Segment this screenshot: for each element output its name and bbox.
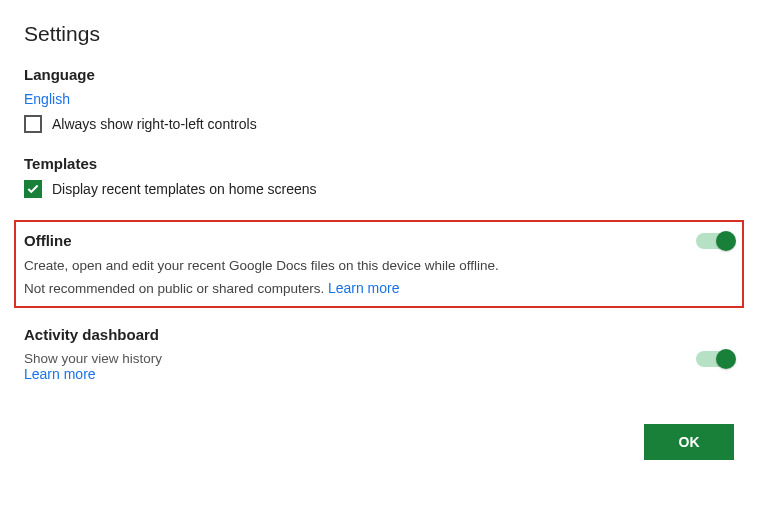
activity-learn-more-link[interactable]: Learn more (24, 366, 96, 382)
templates-label: Display recent templates on home screens (52, 181, 317, 197)
offline-description: Create, open and edit your recent Google… (24, 257, 734, 276)
offline-warning: Not recommended on public or shared comp… (24, 281, 328, 296)
toggle-knob (716, 349, 736, 369)
toggle-knob (716, 231, 736, 251)
activity-description: Show your view history (24, 351, 162, 366)
templates-section: Templates Display recent templates on ho… (24, 155, 734, 198)
check-icon (26, 182, 40, 196)
rtl-checkbox[interactable] (24, 115, 42, 133)
activity-section: Activity dashboard Show your view histor… (24, 326, 734, 382)
templates-heading: Templates (24, 155, 734, 172)
language-current-link[interactable]: English (24, 91, 70, 107)
offline-toggle[interactable] (696, 233, 734, 249)
ok-button[interactable]: OK (644, 424, 734, 460)
offline-learn-more-link[interactable]: Learn more (328, 280, 400, 296)
rtl-label: Always show right-to-left controls (52, 116, 257, 132)
language-section: Language English Always show right-to-le… (24, 66, 734, 133)
activity-heading: Activity dashboard (24, 326, 734, 343)
dialog-footer: OK (24, 424, 734, 460)
offline-section-highlight: Offline Create, open and edit your recen… (14, 220, 744, 308)
language-heading: Language (24, 66, 734, 83)
page-title: Settings (24, 22, 734, 46)
offline-warning-row: Not recommended on public or shared comp… (24, 280, 734, 296)
activity-toggle[interactable] (696, 351, 734, 367)
offline-heading: Offline (24, 232, 72, 249)
templates-checkbox[interactable] (24, 180, 42, 198)
